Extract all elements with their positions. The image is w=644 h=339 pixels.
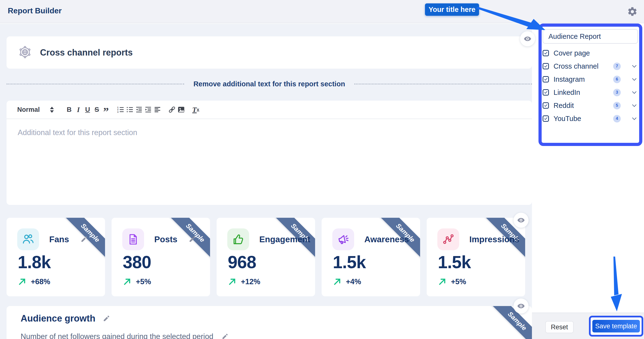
section-title: Cross channel reports xyxy=(40,48,133,58)
section-subtitle: Number of net followers gained during th… xyxy=(20,332,213,339)
thumbs-up-icon xyxy=(227,228,249,250)
checkbox-checked-icon[interactable] xyxy=(542,63,549,69)
trend-up-arrow-icon xyxy=(333,278,342,286)
clear-formatting-button[interactable]: Tx xyxy=(191,104,200,115)
select-arrows-icon xyxy=(50,107,54,113)
toggle-visibility-eye-icon[interactable] xyxy=(514,298,528,314)
edit-pencil-icon[interactable] xyxy=(188,236,196,243)
section-row-cover-page[interactable]: Cover page xyxy=(542,46,638,60)
strikethrough-button[interactable]: S xyxy=(92,104,102,115)
metric-trend: +68% xyxy=(31,278,50,286)
bold-button[interactable]: B xyxy=(64,104,74,115)
page-title: Report Builder xyxy=(8,6,62,15)
share-nodes-icon xyxy=(437,228,459,250)
metric-label: Engagement xyxy=(259,234,310,244)
section-count-badge: 5 xyxy=(613,102,621,109)
metric-value: 380 xyxy=(123,252,151,272)
reset-button[interactable]: Reset xyxy=(545,321,574,333)
align-button[interactable] xyxy=(153,104,162,115)
checkbox-checked-icon[interactable] xyxy=(542,116,549,122)
report-canvas: Cross channel reports Remove additional … xyxy=(0,24,532,339)
section-row-linkedin[interactable]: LinkedIn 3 xyxy=(542,86,638,99)
annotation-callout: Your title here xyxy=(425,4,479,16)
sidebar-footer: Reset Save template xyxy=(532,312,644,339)
save-template-highlight: Save template xyxy=(589,316,643,336)
section-count-badge: 3 xyxy=(613,89,621,96)
checkbox-checked-icon[interactable] xyxy=(542,76,549,82)
section-check-list: Cover page Cross channel 7 Instagram xyxy=(542,46,638,125)
metric-label: Fans xyxy=(49,234,69,244)
rich-text-editor: Normal B I U S ” 1 2 3 xyxy=(6,101,532,205)
report-name-input[interactable] xyxy=(542,29,638,44)
edit-pencil-icon[interactable] xyxy=(222,333,228,339)
metric-label: Impressions xyxy=(469,234,519,244)
dotted-line xyxy=(6,84,184,84)
chevron-down-icon[interactable] xyxy=(631,89,638,96)
report-sections-panel: Cover page Cross channel 7 Instagram xyxy=(538,24,642,146)
metric-label: Awareness xyxy=(364,234,409,244)
section-row-reddit[interactable]: Reddit 5 xyxy=(542,99,638,112)
indent-button[interactable] xyxy=(144,104,153,115)
section-title: Audience growth xyxy=(20,313,95,324)
trend-up-arrow-icon xyxy=(228,278,236,286)
outdent-button[interactable] xyxy=(134,104,144,115)
trend-up-arrow-icon xyxy=(438,278,446,286)
trend-up-arrow-icon xyxy=(18,278,26,286)
network-globe-icon xyxy=(18,45,32,60)
remove-additional-text-control[interactable]: Remove additional text for this report s… xyxy=(193,80,345,88)
dotted-line xyxy=(354,84,532,84)
save-template-button[interactable]: Save template xyxy=(592,320,640,332)
report-builder-page: Report Builder Cross channel xyxy=(0,0,644,339)
metric-card-awareness: Sample Awareness 1.5k xyxy=(322,218,420,296)
metric-card-fans: Sample Fans 1.8k +68% xyxy=(6,218,105,296)
section-row-instagram[interactable]: Instagram 6 xyxy=(542,73,638,86)
insert-image-button[interactable] xyxy=(176,104,186,115)
section-row-youtube[interactable]: YouTube 4 xyxy=(542,112,638,125)
bullet-list-button[interactable] xyxy=(125,104,134,115)
document-icon xyxy=(122,228,144,250)
checkbox-checked-icon[interactable] xyxy=(542,50,549,56)
toggle-visibility-eye-icon[interactable] xyxy=(520,31,535,46)
metric-trend: +4% xyxy=(346,278,361,286)
metric-value: 1.5k xyxy=(438,252,471,272)
link-button[interactable] xyxy=(167,104,176,115)
section-row-cross-channel[interactable]: Cross channel 7 xyxy=(542,60,638,73)
metric-card-impressions: Sample Impressions 1.5k +5% xyxy=(427,218,525,296)
megaphone-icon xyxy=(332,228,354,250)
checkbox-checked-icon[interactable] xyxy=(542,102,549,109)
app-header: Report Builder xyxy=(0,0,644,23)
trend-up-arrow-icon xyxy=(123,278,132,286)
metric-trend: +5% xyxy=(451,278,466,286)
metric-trend: +5% xyxy=(136,278,151,286)
metric-label: Posts xyxy=(154,234,177,244)
chevron-down-icon[interactable] xyxy=(631,76,638,82)
metric-value: 968 xyxy=(228,252,256,272)
ordered-list-button[interactable]: 1 2 3 xyxy=(116,104,125,115)
chevron-down-icon[interactable] xyxy=(631,102,638,109)
section-count-badge: 6 xyxy=(613,76,621,83)
toggle-visibility-eye-icon[interactable] xyxy=(514,213,528,228)
blockquote-button[interactable]: ” xyxy=(102,104,110,115)
audience-growth-section-card: Sample Audience growth Number of net fol… xyxy=(6,306,532,339)
svg-text:3: 3 xyxy=(117,111,118,113)
chevron-down-icon[interactable] xyxy=(631,63,638,69)
section-divider: Remove additional text for this report s… xyxy=(6,80,532,88)
section-count-badge: 7 xyxy=(613,62,621,70)
settings-gear-icon[interactable] xyxy=(627,6,638,17)
chevron-down-icon[interactable] xyxy=(631,116,638,122)
underline-button[interactable]: U xyxy=(83,104,92,115)
editor-text-area[interactable]: Additional text for this report section xyxy=(6,119,532,146)
editor-placeholder: Additional text for this report section xyxy=(18,128,521,137)
metric-card-engagement: Sample Engagement 968 +12% xyxy=(216,218,315,296)
paragraph-style-select[interactable]: Normal xyxy=(17,106,54,114)
edit-pencil-icon[interactable] xyxy=(80,236,88,243)
edit-pencil-icon[interactable] xyxy=(102,315,110,322)
metric-value: 1.8k xyxy=(18,252,51,272)
metric-card-posts: Sample Posts 380 +5% xyxy=(112,218,210,296)
metric-trend: +12% xyxy=(241,278,260,286)
editor-toolbar: Normal B I U S ” 1 2 3 xyxy=(6,101,532,119)
cross-channel-section-card: Cross channel reports xyxy=(6,36,532,68)
italic-button[interactable]: I xyxy=(74,104,83,115)
section-count-badge: 4 xyxy=(613,115,621,122)
checkbox-checked-icon[interactable] xyxy=(542,89,549,96)
